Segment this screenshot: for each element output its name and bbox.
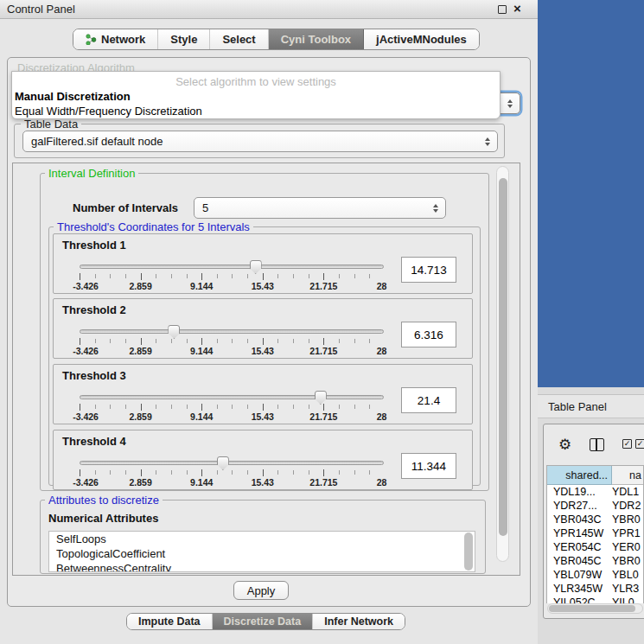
slider-track[interactable] (80, 265, 384, 269)
table-row[interactable]: YER054CYER0 (547, 540, 643, 554)
table-row[interactable]: YPR145WYPR1 (547, 526, 643, 540)
threshold-1-panel: Threshold 1 -3.426 2.859 9.144 15.43 21.… (53, 233, 473, 294)
slider-track[interactable] (80, 329, 384, 334)
tab-network-label: Network (101, 33, 145, 46)
table-row[interactable]: YLR345WYLR3 (547, 582, 643, 596)
control-panel-title: Control Panel (7, 3, 75, 16)
network-window-frame: GAL80 GAL11 GAL4 GCY1 HAP2 H G C (538, 0, 644, 387)
cyni-bottom-tabbar: Impute Data Discretize Data Infer Networ… (126, 613, 405, 630)
threshold-4-label: Threshold 4 (62, 435, 126, 448)
table-row[interactable]: YBL079WYBL0 (547, 568, 643, 582)
threshold-1-label: Threshold 1 (62, 239, 126, 252)
slider-thumb[interactable] (315, 391, 327, 405)
table-hscrollbar-thumb[interactable] (549, 605, 635, 612)
table-row[interactable]: YBR043CYBR0 (547, 513, 643, 526)
threshold-1-slider[interactable]: -3.426 2.859 9.144 15.43 21.715 28 (80, 260, 385, 293)
dropdown-option-equal-width[interactable]: Equal Width/Frequency Discretization (15, 105, 202, 118)
threshold-2-panel: Threshold 2 -3.426 2.859 9.144 15.43 21.… (53, 298, 473, 359)
slider-thumb[interactable] (217, 456, 229, 470)
columns-icon[interactable] (590, 438, 604, 451)
threshold-4-panel: Threshold 4 -3.426 2.859 9.144 15.43 21.… (53, 430, 473, 490)
combo-arrows-icon (433, 204, 438, 213)
slider-scale: -3.426 2.859 9.144 15.43 21.715 28 (80, 281, 385, 291)
tab-select[interactable]: Select (210, 29, 268, 49)
combo-arrows-icon (485, 137, 490, 146)
slider-thumb[interactable] (250, 260, 262, 274)
gear-icon[interactable]: ⚙ (558, 436, 571, 454)
checkbox-icon[interactable]: ✓ (622, 439, 632, 449)
thresholds-group-title: Threshold's Coordinates for 5 Intervals (54, 220, 253, 233)
threshold-2-label: Threshold 2 (62, 303, 126, 316)
slider-track[interactable] (80, 395, 384, 399)
node-table: shared... na YDL19...YDL1 YDR27...YDR2 Y… (546, 465, 644, 603)
table-panel-header[interactable]: Table Panel (538, 394, 644, 418)
algorithm-dropdown-popup: Select algorithm to view settings Manual… (11, 71, 501, 119)
threshold-2-value-field[interactable]: 6.316 (401, 322, 456, 348)
app-root: Control Panel × Network Style Select Cyn… (0, 0, 644, 644)
table-row[interactable]: YBR045CYBR0 (547, 554, 643, 568)
numerical-attributes-list: SelfLoops TopologicalCoefficient Between… (48, 531, 475, 572)
tab-network[interactable]: Network (73, 29, 158, 49)
checkbox-icon[interactable]: ✓ (635, 439, 644, 449)
threshold-3-label: Threshold 3 (62, 369, 126, 382)
interval-definition-title: Interval Definition (45, 167, 138, 180)
dropdown-option-manual-discretization[interactable]: Manual Discretization (15, 90, 131, 103)
threshold-4-slider[interactable]: -3.426 2.859 9.144 15.43 21.715 28 (80, 456, 385, 489)
table-data-select[interactable]: galFiltered.sif default node (22, 131, 498, 152)
column-header-name[interactable]: na (612, 466, 643, 485)
list-item[interactable]: SelfLoops (49, 532, 475, 546)
slider-track[interactable] (80, 461, 384, 465)
threshold-1-value-field[interactable]: 14.713 (401, 257, 456, 283)
table-row[interactable]: YIL052CYIL0 (547, 596, 643, 603)
slider-major-ticks (80, 273, 385, 280)
attributes-list-scrollbar-thumb[interactable] (464, 532, 473, 571)
threshold-2-slider[interactable]: -3.426 2.859 9.144 15.43 21.715 28 (80, 325, 385, 358)
tab-infer-network[interactable]: Infer Network (313, 614, 405, 629)
list-item[interactable]: BetweennessCentrality (49, 561, 475, 572)
slider-scale: -3.426 2.859 9.144 15.43 21.715 28 (80, 411, 385, 422)
table-data-group-title: Table Data (21, 118, 81, 131)
numerical-attributes-label: Numerical Attributes (48, 512, 158, 525)
tab-discretize-data[interactable]: Discretize Data (213, 614, 314, 629)
dropdown-placeholder-option[interactable]: Select algorithm to view settings (12, 75, 500, 88)
tab-cyni-toolbox[interactable]: Cyni Toolbox (269, 29, 364, 49)
float-window-icon[interactable] (498, 5, 507, 14)
threshold-3-panel: Threshold 3 -3.426 2.859 9.144 15.43 21.… (53, 364, 473, 424)
number-of-intervals-select[interactable]: 5 (194, 197, 446, 219)
tab-impute-data[interactable]: Impute Data (127, 614, 213, 629)
table-header-row: shared... na (547, 466, 643, 485)
attributes-group-title: Attributes to discretize (45, 494, 163, 507)
apply-button[interactable]: Apply (233, 581, 289, 600)
combo-arrows-icon (507, 99, 513, 108)
slider-major-ticks (80, 469, 385, 476)
list-item[interactable]: TopologicalCoefficient (49, 546, 475, 561)
control-panel-titlebar (0, 0, 538, 19)
tab-style[interactable]: Style (158, 29, 210, 49)
number-of-intervals-label: Number of Intervals (73, 201, 178, 214)
threshold-3-value-field[interactable]: 21.4 (401, 387, 456, 413)
network-icon (86, 34, 97, 45)
close-icon[interactable]: × (513, 1, 521, 16)
tab-jactivemnodules[interactable]: jActiveMNodules (364, 29, 479, 49)
threshold-3-slider[interactable]: -3.426 2.859 9.144 15.43 21.715 28 (80, 391, 385, 424)
threshold-4-value-field[interactable]: 11.344 (401, 453, 456, 479)
slider-major-ticks (80, 338, 385, 345)
table-row[interactable]: YDL19...YDL1 (547, 485, 643, 499)
table-row[interactable]: YDR27...YDR2 (547, 499, 643, 513)
settings-scrollbar-thumb[interactable] (499, 178, 507, 536)
column-header-shared-name[interactable]: shared... (547, 466, 612, 485)
slider-scale: -3.426 2.859 9.144 15.43 21.715 28 (80, 477, 385, 488)
slider-major-ticks (80, 404, 385, 411)
slider-scale: -3.426 2.859 9.144 15.43 21.715 28 (80, 346, 385, 356)
control-panel-tabbar: Network Style Select Cyni Toolbox jActiv… (73, 29, 480, 50)
slider-thumb[interactable] (168, 325, 180, 339)
